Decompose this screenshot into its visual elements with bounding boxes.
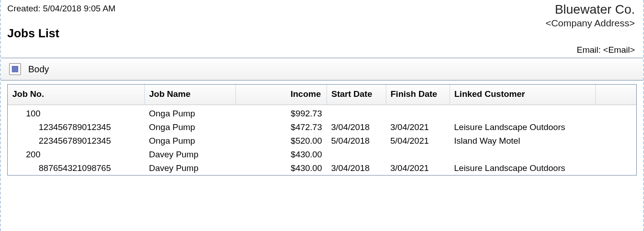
created-line: Created: 5/04/2018 9:05 AM (7, 4, 637, 14)
col-header-income[interactable]: Income (235, 85, 327, 105)
jobs-table: Job No. Job Name Income Start Date Finis… (8, 85, 636, 175)
col-header-job-no[interactable]: Job No. (8, 85, 144, 105)
table-row[interactable]: 887654321098765Davey Pump$430.003/04/201… (8, 161, 636, 175)
col-header-start-date[interactable]: Start Date (327, 85, 386, 105)
cell-finish-date: 3/04/2021 (386, 121, 450, 134)
email-line: Email: <Email> (1, 45, 643, 55)
section-collapse-icon[interactable] (9, 63, 21, 75)
cell-finish-date: 3/04/2021 (386, 161, 450, 175)
cell-income: $472.73 (235, 121, 327, 134)
company-address: <Company Address> (546, 18, 635, 29)
cell-start-date: 5/04/2018 (327, 134, 386, 148)
cell-job-no: 100 (8, 105, 144, 121)
cell-finish-date (386, 105, 450, 121)
company-name: Bluewater Co. (546, 3, 635, 17)
company-block: Bluewater Co. <Company Address> (546, 3, 635, 29)
created-label: Created: (7, 4, 41, 13)
cell-job-name: Onga Pump (144, 105, 235, 121)
cell-job-no: 200 (8, 148, 144, 161)
cell-job-no: 223456789012345 (8, 134, 144, 148)
cell-job-name: Onga Pump (144, 134, 235, 148)
section-label: Body (28, 64, 49, 75)
page-title: Jobs List (7, 26, 637, 40)
cell-linked-customer: Leisure Landscape Outdoors (450, 161, 595, 175)
cell-start-date: 3/04/2018 (327, 121, 386, 134)
created-value: 5/04/2018 9:05 AM (43, 4, 116, 13)
cell-finish-date (386, 148, 450, 161)
cell-job-name: Davey Pump (144, 161, 235, 175)
cell-extra (595, 134, 636, 148)
cell-linked-customer (450, 105, 595, 121)
cell-start-date (327, 148, 386, 161)
cell-start-date: 3/04/2018 (327, 161, 386, 175)
cell-linked-customer (450, 148, 595, 161)
cell-start-date (327, 105, 386, 121)
col-header-job-name[interactable]: Job Name (144, 85, 235, 105)
cell-job-no: 887654321098765 (8, 161, 144, 175)
email-label: Email: (577, 45, 601, 55)
cell-job-name: Davey Pump (144, 148, 235, 161)
col-header-linked-customer[interactable]: Linked Customer (450, 85, 595, 105)
section-bar-body[interactable]: Body (1, 58, 643, 80)
cell-linked-customer: Leisure Landscape Outdoors (450, 121, 595, 134)
table-row[interactable]: 123456789012345Onga Pump$472.733/04/2018… (8, 121, 636, 134)
cell-income: $430.00 (235, 148, 327, 161)
jobs-table-wrap: Job No. Job Name Income Start Date Finis… (7, 84, 637, 176)
cell-job-no: 123456789012345 (8, 121, 144, 134)
cell-job-name: Onga Pump (144, 121, 235, 134)
cell-extra (595, 105, 636, 121)
cell-extra (595, 148, 636, 161)
cell-income: $520.00 (235, 134, 327, 148)
table-header-row: Job No. Job Name Income Start Date Finis… (8, 85, 636, 105)
col-header-finish-date[interactable]: Finish Date (386, 85, 450, 105)
col-header-extra (595, 85, 636, 105)
table-row[interactable]: 200Davey Pump$430.00 (8, 148, 636, 161)
cell-linked-customer: Island Way Motel (450, 134, 595, 148)
cell-extra (595, 161, 636, 175)
table-row[interactable]: 223456789012345Onga Pump$520.005/04/2018… (8, 134, 636, 148)
cell-income: $992.73 (235, 105, 327, 121)
email-value: <Email> (603, 45, 635, 55)
cell-income: $430.00 (235, 161, 327, 175)
table-row[interactable]: 100Onga Pump$992.73 (8, 105, 636, 121)
cell-finish-date: 5/04/2021 (386, 134, 450, 148)
cell-extra (595, 121, 636, 134)
